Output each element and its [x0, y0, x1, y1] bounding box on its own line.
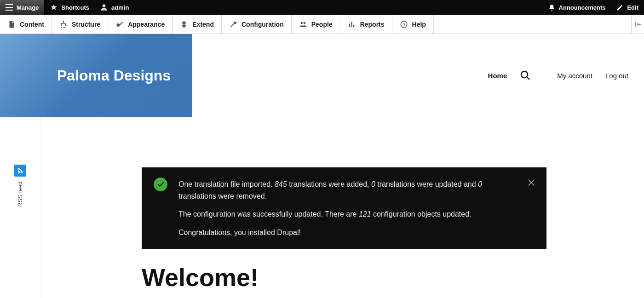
text: The configuration was successfully updat… [178, 210, 359, 218]
menu-label: Configuration [242, 21, 284, 28]
help-icon: ? [400, 20, 408, 29]
edit-label: Edit [627, 4, 638, 11]
svg-point-2 [65, 24, 66, 26]
menu-appearance[interactable]: Appearance [108, 15, 172, 34]
shortcuts-label: Shortcuts [61, 4, 89, 11]
status-line-1: One translation file imported. 845 trans… [178, 178, 514, 202]
text: translations were removed. [178, 192, 267, 200]
page-title: Welcome! [142, 263, 626, 292]
text: configuration objects updated. [371, 210, 472, 218]
bell-icon [548, 4, 555, 11]
admin-toolbar-left: Manage Shortcuts admin [0, 0, 134, 15]
announcements-label: Announcements [559, 4, 606, 11]
menu-reports[interactable]: Reports [340, 15, 392, 34]
user-icon [100, 4, 108, 11]
reports-icon [348, 20, 356, 29]
content-icon [7, 20, 16, 29]
wrench-icon [229, 20, 237, 29]
svg-text:?: ? [402, 22, 405, 27]
appearance-icon [115, 20, 124, 29]
admin-toolbar-right: Announcements Edit [543, 0, 644, 15]
nav-log-out[interactable]: Log out [605, 72, 628, 80]
svg-point-0 [63, 20, 64, 22]
svg-point-5 [521, 71, 528, 78]
count-config: 121 [359, 210, 371, 218]
admin-menu: Content Structure Appearance Extend Conf… [0, 15, 644, 34]
menu-label: Structure [72, 21, 100, 28]
menu-extend[interactable]: Extend [172, 15, 222, 34]
admin-toolbar: Manage Shortcuts admin Announcements E [0, 0, 644, 15]
divider [544, 68, 544, 83]
manage-tab[interactable]: Manage [0, 0, 45, 15]
nav-home[interactable]: Home [488, 72, 507, 80]
menu-label: Content [20, 21, 44, 28]
text: One translation file imported. [178, 180, 275, 188]
site-name[interactable]: Paloma Designs [57, 67, 171, 84]
status-message: One translation file imported. 845 trans… [142, 167, 546, 249]
count-updated: 0 [371, 180, 375, 188]
main-region: RSS feed One translation file imported. … [0, 117, 644, 298]
nav-my-account[interactable]: My account [557, 72, 592, 80]
text: translations were updated and [375, 180, 478, 188]
text: translations were added, [287, 180, 371, 188]
menu-label: People [311, 21, 333, 28]
announcements-tab[interactable]: Announcements [543, 0, 611, 15]
menu-people[interactable]: People [292, 15, 340, 34]
edit-tab[interactable]: Edit [611, 0, 644, 15]
status-line-2: The configuration was successfully updat… [178, 208, 514, 220]
menu-icon [6, 4, 13, 11]
menu-help[interactable]: ? Help [392, 15, 434, 34]
search-icon[interactable] [520, 70, 531, 81]
hero-inner: Paloma Designs Home My account Log out [0, 34, 644, 117]
primary-nav: Home My account Log out [488, 68, 628, 83]
rss-feed-label: RSS feed [17, 181, 23, 206]
menu-configuration[interactable]: Configuration [222, 15, 292, 34]
svg-point-1 [61, 24, 62, 26]
manage-label: Manage [17, 4, 39, 11]
menu-label: Reports [360, 21, 385, 28]
rss-feed-button[interactable] [14, 165, 26, 177]
menu-label: Appearance [128, 21, 165, 28]
count-added: 845 [275, 180, 287, 188]
shortcuts-tab[interactable]: Shortcuts [45, 0, 95, 15]
user-tab[interactable]: admin [95, 0, 134, 15]
star-icon [50, 4, 58, 11]
menu-label: Extend [192, 21, 214, 28]
pencil-icon [616, 4, 623, 11]
status-line-3: Congratulations, you installed Drupal! [178, 227, 514, 239]
people-icon [299, 20, 307, 29]
count-removed: 0 [478, 180, 482, 188]
content-region: One translation file imported. 845 trans… [40, 117, 644, 298]
menu-structure[interactable]: Structure [52, 15, 108, 34]
rss-icon [17, 167, 24, 174]
structure-icon [59, 20, 68, 29]
close-message-button[interactable] [526, 178, 536, 191]
menu-content[interactable]: Content [0, 15, 52, 34]
menu-label: Help [412, 21, 426, 28]
extend-icon [180, 20, 188, 29]
user-label: admin [111, 4, 129, 11]
menu-collapse-button[interactable] [631, 15, 644, 34]
success-icon [154, 178, 167, 191]
left-sidebar: RSS feed [0, 117, 40, 298]
site-header: Paloma Designs Home My account Log out [0, 34, 644, 117]
